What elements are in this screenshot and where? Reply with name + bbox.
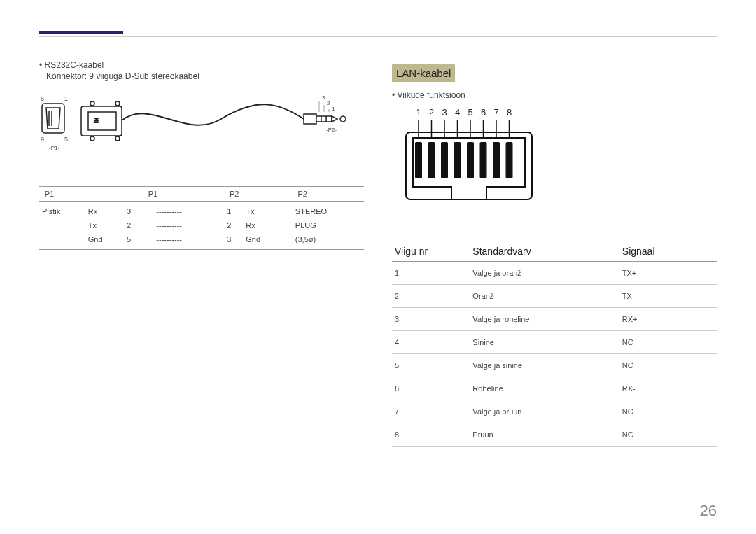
table-cell: Oranž	[470, 285, 619, 308]
table-cell: PLUG	[293, 218, 364, 232]
trs-p2-label: -P2-	[326, 127, 337, 133]
rs232-pinout-table: -P1- -P1- -P2- -P2- PistikRx3----------1…	[39, 186, 364, 250]
table-cell: (3,5ø)	[293, 232, 364, 250]
svg-rect-27	[493, 142, 500, 178]
dsub-pin-1: 1	[64, 95, 68, 102]
svg-rect-26	[480, 142, 487, 178]
table-cell	[39, 218, 85, 232]
table-cell: Valge ja sinine	[470, 354, 619, 377]
table-row: 6RohelineRX-	[392, 377, 717, 400]
svg-text:IN: IN	[93, 118, 99, 123]
table-cell: Valge ja roheline	[470, 308, 619, 331]
svg-point-7	[90, 101, 94, 106]
table-row: PistikRx3----------1TxSTEREO	[39, 202, 364, 219]
table-cell: Pruun	[470, 423, 619, 447]
rj45-pin-label: 7	[493, 107, 498, 118]
table-cell: Tx	[85, 218, 124, 232]
table-cell: Tx	[243, 202, 281, 219]
svg-rect-12	[316, 116, 332, 122]
table-cell: 5	[124, 232, 143, 250]
svg-rect-21	[415, 142, 422, 178]
table-header-row: Viigu nr Standardvärv Signaal	[392, 240, 717, 262]
left-column: RS232C-kaabel Konnektor: 9 viiguga D-Sub…	[39, 60, 364, 506]
table-cell	[282, 232, 293, 250]
table-cell: STEREO	[293, 202, 364, 219]
svg-rect-25	[467, 142, 474, 178]
dsub-p1-label: -P1-	[49, 145, 59, 151]
rj45-diagram: 12345678	[392, 103, 717, 225]
table-cell: Rx	[243, 218, 281, 232]
table-cell: 3	[224, 232, 243, 250]
rj45-pin-label: 4	[455, 107, 460, 118]
table-cell: NC	[620, 400, 717, 423]
table-cell: 1	[224, 202, 243, 219]
table-cell	[39, 232, 85, 250]
header-accent-bar	[39, 31, 123, 34]
table-cell: TX+	[620, 262, 717, 285]
table-cell: ----------	[153, 218, 214, 232]
table-row: 5Valge ja sinineNC	[392, 354, 717, 377]
table-cell: TX-	[620, 285, 717, 308]
dsub-pin-9: 9	[41, 136, 44, 143]
table-cell: NC	[620, 423, 717, 447]
table-header-row: -P1- -P1- -P2- -P2-	[39, 187, 364, 202]
trs-pin-1: 1	[332, 106, 335, 112]
table-cell: 8	[392, 423, 470, 447]
table-cell	[214, 202, 224, 219]
rj45-pin-label: 1	[416, 107, 421, 118]
table-cell: ----------	[153, 202, 214, 219]
th-viigu: Viigu nr	[392, 240, 470, 262]
svg-point-10	[115, 136, 120, 141]
table-cell: Rx	[85, 202, 124, 219]
rs232-subline: Konnektor: 9 viiguga D-Sub stereokaabel	[46, 71, 364, 81]
th-p2a: -P2-	[224, 187, 293, 202]
table-cell: 1	[392, 262, 470, 285]
header-divider	[39, 36, 717, 37]
svg-rect-28	[506, 142, 513, 178]
rj45-pin-label: 2	[429, 107, 434, 118]
table-cell: 3	[392, 308, 470, 331]
svg-rect-23	[441, 142, 448, 178]
rj45-pin-label: 6	[481, 107, 486, 118]
table-cell: Gnd	[243, 232, 281, 250]
lan-heading: LAN-kaabel	[392, 64, 455, 82]
svg-rect-5	[88, 112, 116, 130]
table-cell: ----------	[153, 232, 214, 250]
trs-pin-3: 3	[322, 94, 326, 101]
rj45-pin-label: 8	[507, 107, 512, 118]
table-cell: NC	[620, 354, 717, 377]
th-standard: Standardvärv	[470, 240, 619, 262]
rj45-pin-label: 5	[468, 107, 472, 118]
table-row: 4SinineNC	[392, 331, 717, 354]
svg-rect-11	[304, 114, 316, 124]
lan-bullet: Viikude funktsioon	[392, 90, 717, 100]
table-cell: Valge ja oranž	[470, 262, 619, 285]
dsub-pin-6: 6	[41, 95, 44, 102]
table-cell: 5	[392, 354, 470, 377]
table-cell: RX-	[620, 377, 717, 400]
table-cell	[282, 218, 293, 232]
table-cell: 2	[392, 285, 470, 308]
page-number: 26	[700, 502, 717, 520]
svg-rect-22	[428, 142, 435, 178]
table-cell: Roheline	[470, 377, 619, 400]
svg-point-8	[90, 136, 94, 141]
table-cell: RX+	[620, 308, 717, 331]
table-cell: Valge ja pruun	[470, 400, 619, 423]
table-row: 8PruunNC	[392, 423, 717, 447]
rs232-diagram: 6 1 9 5 -P1- IN	[39, 91, 364, 175]
table-row: Tx2----------2RxPLUG	[39, 218, 364, 232]
th-p2b: -P2-	[293, 187, 364, 202]
svg-rect-24	[454, 142, 461, 178]
svg-point-16	[340, 116, 346, 122]
dsub-pin-5: 5	[64, 136, 68, 143]
table-cell	[143, 232, 153, 250]
table-cell: 4	[392, 331, 470, 354]
table-row: 1Valge ja oranžTX+	[392, 262, 717, 285]
table-cell	[282, 202, 293, 219]
table-cell: 2	[224, 218, 243, 232]
table-cell: 3	[124, 202, 143, 219]
svg-point-9	[115, 101, 120, 106]
table-row: 2OranžTX-	[392, 285, 717, 308]
table-row: 7Valge ja pruunNC	[392, 400, 717, 423]
